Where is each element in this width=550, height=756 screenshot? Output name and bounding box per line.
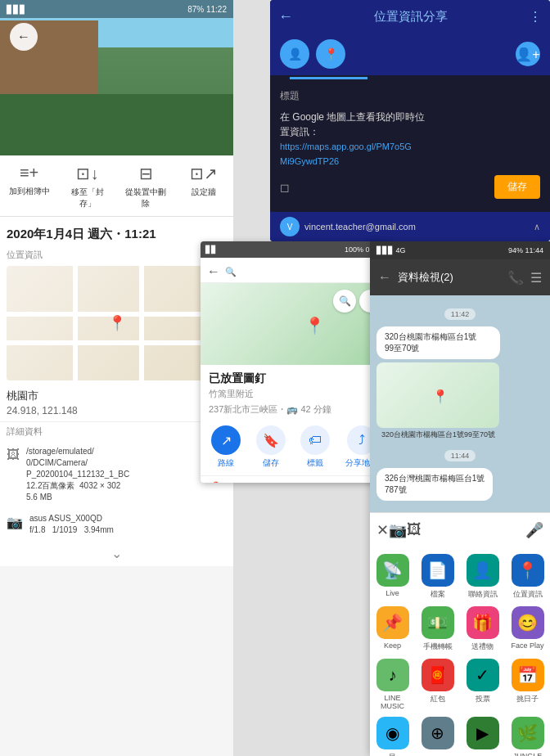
- timestamp-wrap: 11:42: [376, 305, 543, 323]
- photo-viewer-panel: ▊▊▊ 87% 11:22 ←: [0, 0, 233, 160]
- save-icon: 🔖: [256, 425, 286, 455]
- msg-text-1: 320台桃園市楊梅區台1號99至70號: [376, 326, 500, 359]
- app-transfer[interactable]: 💵 手機轉帳: [418, 606, 457, 652]
- location-info-label: 位置資訊: [0, 245, 233, 263]
- map-thumbnail[interactable]: 📍: [7, 266, 228, 380]
- line-nav-icons: 📞 ☰: [507, 270, 542, 286]
- msg-text-2: 326台灣桃園市楊梅區台1號787號: [376, 468, 493, 501]
- map-road-vertical2: [139, 266, 144, 380]
- app-location-icon: 📍: [512, 554, 544, 587]
- msg-address-1: 320台桃園市楊梅區台1號99至70號: [376, 428, 500, 442]
- photo-options-row: ≡+ 加到相簿中 ⊡↓ 移至「封存」 ⊟ 從裝置中刪除 ⊡↗ 設定牆: [0, 155, 233, 209]
- app-files-icon: 📄: [422, 554, 454, 587]
- email-expand-icon[interactable]: ∧: [534, 222, 540, 232]
- line-apps-grid: 📡 Live 📄 檔案 👤 聯絡資訊 📍 位置資訊 📌 Keep 💵 手機轉帳 …: [370, 547, 550, 756]
- file-path: /storage/emulated/0/DCIM/Camera/P_202001…: [26, 447, 129, 479]
- app-live-label: Live: [385, 589, 399, 597]
- save-button[interactable]: 儲存: [494, 175, 540, 199]
- line-call-icon[interactable]: 📞: [507, 270, 524, 286]
- delete-from-device-button[interactable]: ⊟ 從裝置中刪除: [121, 164, 170, 209]
- location-icon: 📍: [209, 481, 223, 483]
- app-red-envelope-icon: 🧧: [422, 659, 454, 691]
- share-link[interactable]: https://maps.app.goo.gl/PM7o5GMi9GywdTP2…: [280, 142, 412, 166]
- msg-map-1[interactable]: 📍: [376, 362, 499, 428]
- route-button[interactable]: ↗ 路線: [211, 425, 241, 469]
- timestamp-wrap-2: 11:44: [376, 447, 543, 465]
- line-toolbar-row1: ✕ 📷 🖼 🎤: [376, 518, 543, 542]
- app-transfer-label: 手機轉帳: [423, 641, 453, 652]
- map-pin-icon: 📍: [108, 314, 126, 332]
- app-line-music-label: LINE MUSIC: [373, 694, 412, 710]
- map-pin-back-icon[interactable]: ←: [207, 264, 220, 279]
- location-city: 桃園市: [0, 384, 233, 405]
- image-toolbar-icon[interactable]: 🖼: [407, 521, 422, 539]
- app-files-label: 檔案: [431, 589, 445, 600]
- add-album-icon: ≡+: [20, 164, 38, 182]
- label-button[interactable]: 🏷 標籤: [300, 425, 330, 469]
- share-add-person-icon[interactable]: 👤+: [516, 42, 540, 66]
- app-transfer-icon: 💵: [422, 606, 454, 639]
- device-row: 📷 asus ASUS_X00QD f/1.8 1/1019 3.94mm: [0, 508, 233, 541]
- settings-button[interactable]: ⊡↗ 設定牆: [179, 164, 228, 209]
- map-pin-header: ← 🔍 ⋮: [201, 258, 389, 283]
- device-info: asus ASUS_X00QD f/1.8 1/1019 3.94mm: [29, 513, 114, 536]
- delete-label: 從裝置中刪除: [125, 187, 166, 209]
- app-add[interactable]: ⊕: [418, 717, 457, 756]
- battery-status: 87% 11:22: [187, 5, 227, 14]
- photo-date: 2020年1月4日 週六・11:21: [0, 223, 233, 245]
- share-location-icon[interactable]: 📍: [316, 39, 345, 69]
- msg-content-2: 326台灣桃園市楊梅區台1號787號: [376, 468, 493, 501]
- app-contacts[interactable]: 👤 聯絡資訊: [463, 554, 502, 600]
- map-red-pin-icon: 📍: [304, 316, 325, 335]
- line-back-icon[interactable]: ←: [378, 270, 391, 285]
- battery-pct: 94% 11:44: [508, 246, 543, 254]
- location-share-back-icon[interactable]: ←: [278, 8, 293, 25]
- label-icon: 🏷: [300, 425, 330, 455]
- camera-toolbar-icon[interactable]: 📷: [389, 521, 407, 539]
- app-live-icon: 📡: [376, 554, 409, 587]
- location-share-menu-icon[interactable]: ⋮: [529, 9, 542, 25]
- app-line-music[interactable]: ♪ LINE MUSIC: [373, 659, 412, 710]
- app-date[interactable]: 📅 挑日子: [508, 659, 547, 710]
- app-date-label: 挑日子: [516, 694, 539, 704]
- image-icon: 🖼: [7, 448, 20, 462]
- app-vote-icon: ✓: [467, 659, 499, 691]
- app-keep[interactable]: 📌 Keep: [373, 606, 412, 652]
- app-contacts-icon: 👤: [467, 554, 499, 587]
- file-info: /storage/emulated/0/DCIM/Camera/P_202001…: [26, 446, 129, 503]
- app-play[interactable]: ▶: [463, 717, 502, 756]
- share-progress-container: [270, 75, 550, 81]
- device-name: asus ASUS_X00QD: [29, 514, 102, 523]
- app-eye[interactable]: ◉ 目: [373, 717, 412, 756]
- app-gift-label: 送禮物: [471, 641, 494, 652]
- app-red-envelope-label: 紅包: [431, 694, 445, 704]
- msg-content-1: 320台桃園市楊梅區台1號99至70號 📍 320台桃園市楊梅區台1號99至70…: [376, 326, 500, 442]
- app-red-envelope[interactable]: 🧧 紅包: [418, 659, 457, 710]
- photo-back-button[interactable]: ←: [10, 23, 38, 51]
- save-icon: ◻: [280, 181, 290, 194]
- app-live[interactable]: 📡 Live: [373, 554, 412, 600]
- app-vote[interactable]: ✓ 投票: [463, 659, 502, 710]
- app-gift[interactable]: 🎁 送禮物: [463, 606, 502, 652]
- msg-timestamp1: 11:42: [444, 308, 476, 320]
- add-to-album-button[interactable]: ≡+ 加到相簿中: [5, 164, 54, 209]
- line-menu-icon[interactable]: ☰: [530, 270, 542, 286]
- map-search-btn[interactable]: 🔍: [333, 290, 356, 313]
- app-face-play-label: Face Play: [511, 641, 543, 650]
- resolution: 12.2百萬像素 4032 × 302: [26, 481, 120, 490]
- move-to-saved-button[interactable]: ⊡↓ 移至「封存」: [63, 164, 112, 209]
- app-line-music-icon: ♪: [376, 659, 409, 691]
- line-status-bar: ▊▊▊ 4G 94% 11:44: [370, 241, 550, 259]
- close-toolbar-icon[interactable]: ✕: [376, 521, 389, 539]
- map-area[interactable]: 📍 🔍 ⋮: [201, 283, 389, 365]
- save-label: 儲存: [263, 457, 279, 469]
- map-pin-search[interactable]: 🔍: [225, 267, 237, 277]
- app-face-play[interactable]: 😊 Face Play: [508, 606, 547, 652]
- save-pin-button[interactable]: 🔖 儲存: [256, 425, 286, 469]
- divider: [0, 216, 233, 217]
- app-jungle[interactable]: 🌿 JUNGLE: [508, 717, 547, 756]
- mic-toolbar-icon[interactable]: 🎤: [525, 521, 543, 539]
- map-road-vertical: [73, 266, 78, 380]
- app-location[interactable]: 📍 位置資訊: [508, 554, 547, 600]
- app-files[interactable]: 📄 檔案: [418, 554, 457, 600]
